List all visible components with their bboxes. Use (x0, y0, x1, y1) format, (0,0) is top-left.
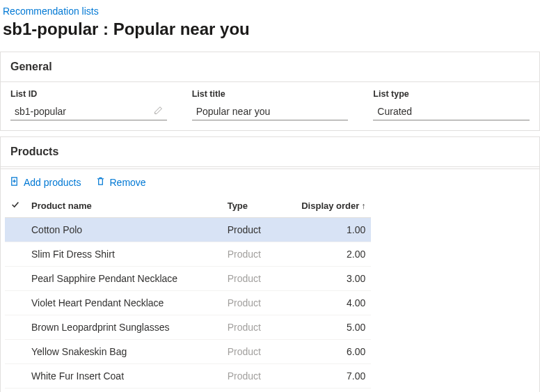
cell-type: Product (222, 364, 278, 389)
products-table: Product name Type Display order↑ Cotton … (5, 194, 371, 389)
table-row[interactable]: Cotton PoloProduct1.00 (5, 218, 371, 242)
general-section: General List ID sb1-popular List title P… (0, 52, 540, 131)
table-row[interactable]: Yellow Snakeskin BagProduct6.00 (5, 340, 371, 364)
sort-asc-icon: ↑ (361, 201, 365, 211)
cell-display-order: 7.00 (278, 364, 372, 389)
row-selector[interactable] (5, 242, 26, 267)
col-product-name[interactable]: Product name (26, 194, 222, 218)
field-list-id: List ID sb1-popular (10, 89, 167, 120)
trash-icon (95, 176, 106, 189)
add-products-button[interactable]: Add products (9, 176, 81, 189)
list-title-value: Popular near you (196, 106, 347, 117)
page-title: sb1-popular : Popular near you (0, 17, 540, 52)
table-row[interactable]: Violet Heart Pendant NecklaceProduct4.00 (5, 291, 371, 315)
cell-type: Product (222, 218, 278, 242)
table-header-row: Product name Type Display order↑ (5, 194, 371, 218)
cell-type: Product (222, 267, 278, 291)
field-list-title-label: List title (192, 89, 349, 99)
pencil-icon[interactable] (151, 106, 166, 117)
cell-display-order: 6.00 (278, 340, 372, 364)
list-type-value: Curated (377, 106, 528, 117)
list-title-input[interactable]: Popular near you (192, 103, 349, 120)
cell-product-name: Cotton Polo (26, 218, 222, 242)
products-cmdbar: Add products Remove (1, 169, 539, 194)
field-list-id-label: List ID (10, 89, 167, 99)
col-display-order[interactable]: Display order↑ (278, 194, 372, 218)
field-list-type: List type Curated (373, 89, 530, 120)
cell-product-name: White Fur Insert Coat (26, 364, 222, 389)
remove-label: Remove (110, 177, 146, 188)
table-row[interactable]: White Fur Insert CoatProduct7.00 (5, 364, 371, 389)
check-icon (10, 201, 20, 212)
cell-type: Product (222, 242, 278, 267)
remove-button[interactable]: Remove (95, 176, 146, 189)
cell-product-name: Brown Leopardprint Sunglasses (26, 315, 222, 340)
products-section: Products Add products Remove (0, 136, 540, 392)
breadcrumb-link[interactable]: Recommendation lists (3, 6, 99, 17)
add-products-label: Add products (24, 177, 81, 188)
products-header: Products (1, 137, 539, 167)
add-icon (9, 176, 19, 189)
field-list-type-label: List type (373, 89, 530, 99)
breadcrumb: Recommendation lists (0, 0, 540, 17)
list-id-input[interactable]: sb1-popular (10, 103, 167, 120)
cell-product-name: Yellow Snakeskin Bag (26, 340, 222, 364)
cell-type: Product (222, 340, 278, 364)
list-id-value: sb1-popular (15, 106, 151, 117)
row-selector[interactable] (5, 364, 26, 389)
select-all-header[interactable] (5, 194, 26, 218)
col-display-order-label: Display order (301, 201, 359, 211)
table-row[interactable]: Pearl Sapphire Pendant NecklaceProduct3.… (5, 267, 371, 291)
field-list-title: List title Popular near you (192, 89, 349, 120)
cell-display-order: 5.00 (278, 315, 372, 340)
row-selector[interactable] (5, 218, 26, 242)
cell-display-order: 1.00 (278, 218, 372, 242)
cell-product-name: Pearl Sapphire Pendant Necklace (26, 267, 222, 291)
cell-display-order: 4.00 (278, 291, 372, 315)
row-selector[interactable] (5, 267, 26, 291)
cell-type: Product (222, 291, 278, 315)
cell-product-name: Slim Fit Dress Shirt (26, 242, 222, 267)
list-type-input[interactable]: Curated (373, 103, 530, 120)
row-selector[interactable] (5, 291, 26, 315)
row-selector[interactable] (5, 315, 26, 340)
general-header: General (1, 52, 539, 82)
cell-product-name: Violet Heart Pendant Necklace (26, 291, 222, 315)
table-row[interactable]: Brown Leopardprint SunglassesProduct5.00 (5, 315, 371, 340)
row-selector[interactable] (5, 340, 26, 364)
cell-display-order: 2.00 (278, 242, 372, 267)
table-row[interactable]: Slim Fit Dress ShirtProduct2.00 (5, 242, 371, 267)
cell-display-order: 3.00 (278, 267, 372, 291)
col-type[interactable]: Type (222, 194, 278, 218)
cell-type: Product (222, 315, 278, 340)
